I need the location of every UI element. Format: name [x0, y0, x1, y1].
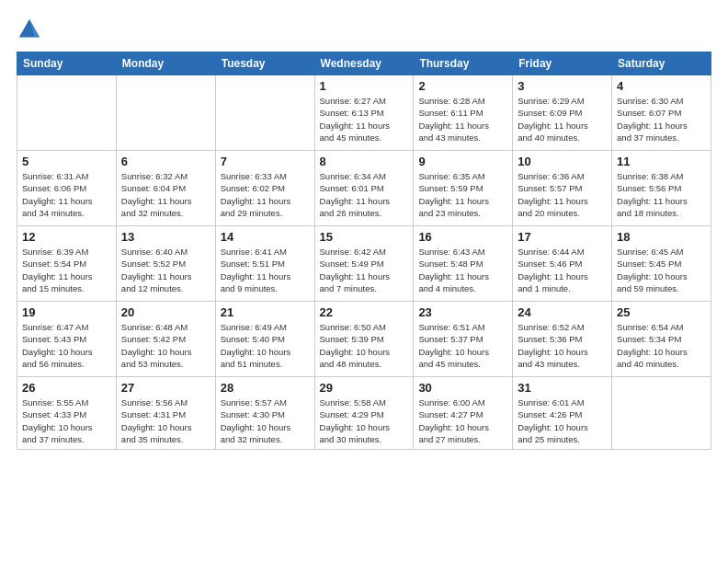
day-number: 18	[617, 230, 706, 244]
calendar-cell: 16Sunrise: 6:43 AM Sunset: 5:48 PM Dayli…	[414, 226, 513, 302]
day-info: Sunrise: 6:00 AM Sunset: 4:27 PM Dayligh…	[418, 396, 507, 445]
day-info: Sunrise: 5:55 AM Sunset: 4:33 PM Dayligh…	[22, 396, 111, 445]
calendar-cell: 5Sunrise: 6:31 AM Sunset: 6:06 PM Daylig…	[17, 151, 117, 226]
calendar-cell: 8Sunrise: 6:34 AM Sunset: 6:01 PM Daylig…	[314, 151, 414, 226]
calendar-cell: 26Sunrise: 5:55 AM Sunset: 4:33 PM Dayli…	[17, 377, 117, 450]
calendar-cell: 17Sunrise: 6:44 AM Sunset: 5:46 PM Dayli…	[513, 226, 612, 302]
calendar-cell: 4Sunrise: 6:30 AM Sunset: 6:07 PM Daylig…	[612, 75, 711, 151]
day-number: 8	[320, 155, 409, 168]
page-container: SundayMondayTuesdayWednesdayThursdayFrid…	[0, 0, 728, 563]
day-number: 7	[221, 155, 310, 168]
day-info: Sunrise: 6:39 AM Sunset: 5:54 PM Dayligh…	[22, 246, 111, 294]
day-number: 12	[22, 230, 111, 244]
calendar-cell: 7Sunrise: 6:33 AM Sunset: 6:02 PM Daylig…	[215, 151, 314, 226]
day-info: Sunrise: 6:42 AM Sunset: 5:49 PM Dayligh…	[320, 246, 409, 294]
day-number: 3	[518, 79, 607, 93]
day-info: Sunrise: 6:41 AM Sunset: 5:51 PM Dayligh…	[221, 246, 310, 294]
day-info: Sunrise: 6:01 AM Sunset: 4:26 PM Dayligh…	[518, 396, 607, 445]
calendar-cell: 18Sunrise: 6:45 AM Sunset: 5:45 PM Dayli…	[612, 226, 711, 302]
weekday-header-row: SundayMondayTuesdayWednesdayThursdayFrid…	[17, 52, 711, 75]
day-number: 28	[221, 381, 310, 395]
day-info: Sunrise: 6:50 AM Sunset: 5:39 PM Dayligh…	[320, 321, 409, 370]
day-number: 6	[121, 155, 210, 168]
day-number: 5	[22, 155, 111, 168]
calendar-cell: 15Sunrise: 6:42 AM Sunset: 5:49 PM Dayli…	[314, 226, 414, 302]
calendar-cell: 22Sunrise: 6:50 AM Sunset: 5:39 PM Dayli…	[314, 302, 414, 377]
day-number: 1	[320, 79, 409, 93]
calendar-cell: 14Sunrise: 6:41 AM Sunset: 5:51 PM Dayli…	[215, 226, 314, 302]
day-number: 10	[518, 155, 607, 168]
calendar-cell: 9Sunrise: 6:35 AM Sunset: 5:59 PM Daylig…	[414, 151, 513, 226]
calendar-cell	[612, 377, 711, 450]
calendar-cell: 10Sunrise: 6:36 AM Sunset: 5:57 PM Dayli…	[513, 151, 612, 226]
weekday-saturday: Saturday	[612, 52, 711, 75]
day-number: 31	[518, 381, 607, 395]
day-info: Sunrise: 6:52 AM Sunset: 5:36 PM Dayligh…	[518, 321, 607, 370]
day-info: Sunrise: 6:51 AM Sunset: 5:37 PM Dayligh…	[418, 321, 507, 370]
calendar: SundayMondayTuesdayWednesdayThursdayFrid…	[17, 52, 711, 450]
day-info: Sunrise: 6:34 AM Sunset: 6:01 PM Dayligh…	[320, 170, 409, 219]
day-info: Sunrise: 6:45 AM Sunset: 5:45 PM Dayligh…	[617, 246, 706, 294]
day-info: Sunrise: 6:36 AM Sunset: 5:57 PM Dayligh…	[518, 170, 607, 219]
calendar-cell: 24Sunrise: 6:52 AM Sunset: 5:36 PM Dayli…	[513, 302, 612, 377]
weekday-tuesday: Tuesday	[215, 52, 314, 75]
calendar-cell	[116, 75, 215, 151]
day-number: 25	[617, 305, 706, 319]
calendar-week-3: 19Sunrise: 6:47 AM Sunset: 5:43 PM Dayli…	[17, 302, 711, 377]
day-info: Sunrise: 5:58 AM Sunset: 4:29 PM Dayligh…	[320, 396, 409, 445]
calendar-cell: 2Sunrise: 6:28 AM Sunset: 6:11 PM Daylig…	[414, 75, 513, 151]
calendar-cell: 19Sunrise: 6:47 AM Sunset: 5:43 PM Dayli…	[17, 302, 117, 377]
calendar-cell: 13Sunrise: 6:40 AM Sunset: 5:52 PM Dayli…	[116, 226, 215, 302]
day-number: 15	[320, 230, 409, 244]
day-number: 9	[418, 155, 507, 168]
day-number: 23	[418, 305, 507, 319]
calendar-cell: 31Sunrise: 6:01 AM Sunset: 4:26 PM Dayli…	[513, 377, 612, 450]
day-number: 21	[221, 305, 310, 319]
day-info: Sunrise: 6:43 AM Sunset: 5:48 PM Dayligh…	[418, 246, 507, 294]
weekday-friday: Friday	[513, 52, 612, 75]
calendar-cell: 29Sunrise: 5:58 AM Sunset: 4:29 PM Dayli…	[314, 377, 414, 450]
day-info: Sunrise: 6:47 AM Sunset: 5:43 PM Dayligh…	[22, 321, 111, 370]
calendar-cell: 3Sunrise: 6:29 AM Sunset: 6:09 PM Daylig…	[513, 75, 612, 151]
day-info: Sunrise: 6:38 AM Sunset: 5:56 PM Dayligh…	[617, 170, 706, 219]
calendar-week-0: 1Sunrise: 6:27 AM Sunset: 6:13 PM Daylig…	[17, 75, 711, 151]
logo	[17, 17, 46, 42]
day-number: 2	[418, 79, 507, 93]
calendar-cell: 1Sunrise: 6:27 AM Sunset: 6:13 PM Daylig…	[314, 75, 414, 151]
calendar-week-2: 12Sunrise: 6:39 AM Sunset: 5:54 PM Dayli…	[17, 226, 711, 302]
day-info: Sunrise: 5:56 AM Sunset: 4:31 PM Dayligh…	[121, 396, 210, 445]
calendar-cell: 21Sunrise: 6:49 AM Sunset: 5:40 PM Dayli…	[215, 302, 314, 377]
day-info: Sunrise: 6:40 AM Sunset: 5:52 PM Dayligh…	[121, 246, 210, 294]
day-number: 30	[418, 381, 507, 395]
day-number: 22	[320, 305, 409, 319]
day-info: Sunrise: 6:49 AM Sunset: 5:40 PM Dayligh…	[221, 321, 310, 370]
day-info: Sunrise: 6:48 AM Sunset: 5:42 PM Dayligh…	[121, 321, 210, 370]
day-number: 19	[22, 305, 111, 319]
calendar-cell: 23Sunrise: 6:51 AM Sunset: 5:37 PM Dayli…	[414, 302, 513, 377]
weekday-sunday: Sunday	[17, 52, 117, 75]
calendar-cell: 11Sunrise: 6:38 AM Sunset: 5:56 PM Dayli…	[612, 151, 711, 226]
day-number: 13	[121, 230, 210, 244]
calendar-cell: 27Sunrise: 5:56 AM Sunset: 4:31 PM Dayli…	[116, 377, 215, 450]
calendar-cell: 6Sunrise: 6:32 AM Sunset: 6:04 PM Daylig…	[116, 151, 215, 226]
calendar-cell	[17, 75, 117, 151]
day-info: Sunrise: 6:32 AM Sunset: 6:04 PM Dayligh…	[121, 170, 210, 219]
day-info: Sunrise: 6:54 AM Sunset: 5:34 PM Dayligh…	[617, 321, 706, 370]
calendar-cell: 28Sunrise: 5:57 AM Sunset: 4:30 PM Dayli…	[215, 377, 314, 450]
day-info: Sunrise: 6:31 AM Sunset: 6:06 PM Dayligh…	[22, 170, 111, 219]
calendar-cell: 30Sunrise: 6:00 AM Sunset: 4:27 PM Dayli…	[414, 377, 513, 450]
weekday-wednesday: Wednesday	[314, 52, 414, 75]
day-number: 11	[617, 155, 706, 168]
day-number: 29	[320, 381, 409, 395]
day-number: 14	[221, 230, 310, 244]
day-info: Sunrise: 6:30 AM Sunset: 6:07 PM Dayligh…	[617, 95, 706, 144]
calendar-week-4: 26Sunrise: 5:55 AM Sunset: 4:33 PM Dayli…	[17, 377, 711, 450]
weekday-monday: Monday	[116, 52, 215, 75]
day-info: Sunrise: 6:44 AM Sunset: 5:46 PM Dayligh…	[518, 246, 607, 294]
day-number: 26	[22, 381, 111, 395]
calendar-cell: 12Sunrise: 6:39 AM Sunset: 5:54 PM Dayli…	[17, 226, 117, 302]
calendar-cell: 20Sunrise: 6:48 AM Sunset: 5:42 PM Dayli…	[116, 302, 215, 377]
day-number: 17	[518, 230, 607, 244]
day-info: Sunrise: 6:28 AM Sunset: 6:11 PM Dayligh…	[418, 95, 507, 144]
day-info: Sunrise: 6:29 AM Sunset: 6:09 PM Dayligh…	[518, 95, 607, 144]
